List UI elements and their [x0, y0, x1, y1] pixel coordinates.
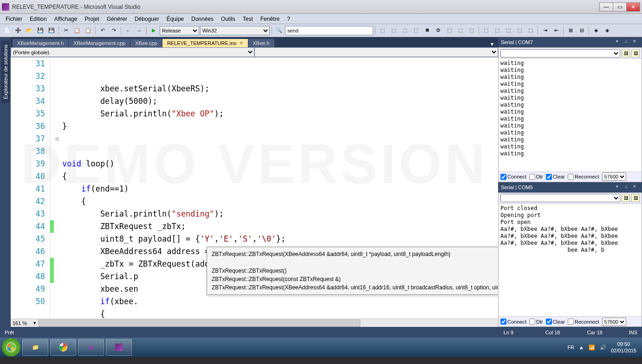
copy-icon[interactable]: 📋 — [72, 26, 82, 36]
serial-icon-1[interactable]: 🖼 — [622, 49, 630, 57]
dtr-checkbox[interactable]: Dtr — [529, 319, 543, 325]
bookmark2-icon[interactable]: ◈ — [602, 26, 612, 36]
panel-close-icon[interactable]: ✕ — [633, 184, 639, 191]
menu-affichage[interactable]: Affichage — [51, 15, 81, 23]
tb-icon-12[interactable]: ⬚ — [503, 26, 513, 36]
close-tab-icon[interactable]: ✕ — [240, 41, 243, 45]
system-tray[interactable]: FR ▲ 📶 🔊 09:50 02/01/2015 — [567, 341, 640, 354]
solution-explorer-sidebar[interactable]: Explorateur de solutions — [0, 37, 11, 327]
save-icon[interactable]: 💾 — [35, 26, 45, 36]
task-explorer[interactable]: 📁 — [22, 339, 48, 356]
add-item-icon[interactable]: ➕ — [13, 26, 23, 36]
clear-checkbox[interactable]: Clear — [546, 319, 565, 325]
code-area[interactable]: xbee.setSerial(XbeeRS); delay(5000); Ser… — [60, 57, 498, 319]
menu-projet[interactable]: Projet — [81, 15, 103, 23]
maximize-button[interactable]: ▭ — [613, 2, 627, 12]
tray-sound-icon[interactable]: 🔊 — [600, 345, 606, 351]
menu-données[interactable]: Données — [188, 15, 217, 23]
tb-icon-8[interactable]: ⬚ — [455, 26, 466, 36]
tb-icon-6[interactable]: ⚙ — [433, 26, 443, 36]
serial-com7-input[interactable] — [500, 49, 620, 57]
connect-checkbox[interactable]: Connect — [500, 319, 526, 325]
tb-icon-11[interactable]: ⬚ — [492, 26, 502, 36]
hscroll-thumb[interactable] — [39, 319, 360, 327]
doc-tab[interactable]: XBeeManagement.h — [13, 39, 69, 47]
tabs-dropdown-icon[interactable]: ▾ — [488, 41, 496, 47]
member-dropdown[interactable] — [254, 47, 498, 57]
new-project-icon[interactable]: 📄 — [2, 26, 12, 36]
serial-icon-1[interactable]: 🖼 — [622, 194, 630, 202]
bookmark-icon[interactable]: ◈ — [591, 26, 601, 36]
baud-select[interactable]: 57600 — [602, 318, 626, 326]
serial-com7-header[interactable]: Serial | COM7 ▾ ⊥ ✕ — [498, 37, 642, 47]
serial-com5-input[interactable] — [500, 194, 620, 202]
solution-explorer-tab[interactable]: Explorateur de solutions — [1, 41, 10, 103]
tb-icon-7[interactable]: ⬚ — [444, 26, 454, 36]
menu-outils[interactable]: Outils — [217, 15, 239, 23]
serial-com7-output[interactable]: waiting waiting waiting waiting waiting … — [499, 59, 642, 172]
menu-fenêtre[interactable]: Fenêtre — [257, 15, 283, 23]
tb-icon-2[interactable]: ⬚ — [389, 26, 399, 36]
indent-icon[interactable]: ⇥ — [540, 26, 550, 36]
tb-icon-1[interactable]: ⬚ — [377, 26, 388, 36]
undo-icon[interactable]: ↶ — [97, 26, 108, 36]
doc-tab[interactable]: XBeeManagement.cpp — [69, 39, 130, 47]
taskbar-clock[interactable]: 09:50 02/01/2015 — [611, 341, 636, 354]
panel-menu-icon[interactable]: ▾ — [616, 184, 623, 191]
reconnect-checkbox[interactable]: Reconnect — [568, 174, 599, 180]
tb-icon-14[interactable]: ⬚ — [525, 26, 536, 36]
menu-test[interactable]: Test — [239, 15, 257, 23]
serial-com5-header[interactable]: Serial | COM5 ▾ ⊥ ✕ — [498, 182, 642, 192]
nav-fwd-icon[interactable]: → — [134, 26, 144, 36]
tray-flag-icon[interactable]: ▲ — [579, 345, 584, 350]
panel-pin-icon[interactable]: ⊥ — [624, 184, 631, 191]
zoom-level[interactable]: 161 %▾ — [11, 320, 39, 326]
menu-générer[interactable]: Générer — [103, 15, 131, 23]
start-debug-icon[interactable]: ▶ — [149, 26, 159, 36]
find-in-files-icon[interactable]: 🔍 — [274, 26, 284, 36]
serial-icon-2[interactable]: 🖼 — [631, 49, 640, 57]
menu-équipe[interactable]: Équipe — [163, 15, 188, 23]
close-button[interactable]: ✕ — [626, 2, 640, 12]
horizontal-scrollbar[interactable]: 161 %▾ — [11, 319, 498, 327]
fold-gutter[interactable]: ⊟ — [54, 57, 60, 319]
config-select[interactable]: Release — [160, 26, 199, 35]
code-editor[interactable]: DEMO VERSION 313233343536373839404142434… — [11, 57, 498, 319]
tb-icon-5[interactable]: ✖ — [422, 26, 432, 36]
task-chrome[interactable] — [50, 339, 76, 356]
start-button[interactable] — [2, 338, 20, 357]
uncomment-icon[interactable]: ⊟ — [577, 26, 587, 36]
cut-icon[interactable]: ✂ — [61, 26, 71, 36]
doc-tab[interactable]: XBee.h — [248, 39, 275, 47]
tray-network-icon[interactable]: 📶 — [589, 345, 595, 351]
menu-edition[interactable]: Edition — [26, 15, 51, 23]
outdent-icon[interactable]: ⇤ — [551, 26, 561, 36]
menu-fichier[interactable]: Fichier — [2, 15, 26, 23]
serial-com5-output[interactable]: Port closed Opening port Port open Aa?#‚… — [499, 204, 642, 317]
doc-tab[interactable]: RELEVE_TEMPERATURE.ino✕ — [162, 39, 248, 47]
scope-dropdown[interactable]: (Portée globale) — [11, 47, 254, 57]
dtr-checkbox[interactable]: Dtr — [529, 174, 543, 180]
panel-close-icon[interactable]: ✕ — [633, 39, 639, 45]
comment-icon[interactable]: ⊞ — [565, 26, 576, 36]
save-all-icon[interactable]: 💾 — [46, 26, 57, 36]
baud-select[interactable]: 57600 — [602, 172, 626, 181]
panel-pin-icon[interactable]: ⊥ — [624, 39, 631, 45]
open-icon[interactable]: 📂 — [24, 26, 34, 36]
menu-?[interactable]: ? — [283, 15, 294, 23]
doc-tab[interactable]: XBee.cpp — [130, 39, 162, 47]
tb-icon-3[interactable]: ⬚ — [400, 26, 410, 36]
tb-icon-10[interactable]: ⬚ — [481, 26, 491, 36]
clear-checkbox[interactable]: Clear — [546, 174, 565, 180]
redo-icon[interactable]: ↷ — [109, 26, 119, 36]
panel-menu-icon[interactable]: ▾ — [616, 39, 623, 45]
language-indicator[interactable]: FR — [567, 345, 574, 350]
tb-icon-9[interactable]: ⬚ — [467, 26, 477, 36]
minimize-button[interactable]: — — [599, 2, 613, 12]
connect-checkbox[interactable]: Connect — [500, 174, 526, 180]
task-app-pink[interactable]: ◎ — [78, 339, 104, 356]
platform-select[interactable]: Win32 — [200, 26, 270, 35]
nav-back-icon[interactable]: ← — [123, 26, 133, 36]
task-visual-studio[interactable] — [106, 339, 132, 356]
tb-icon-13[interactable]: ⬚ — [514, 26, 525, 36]
